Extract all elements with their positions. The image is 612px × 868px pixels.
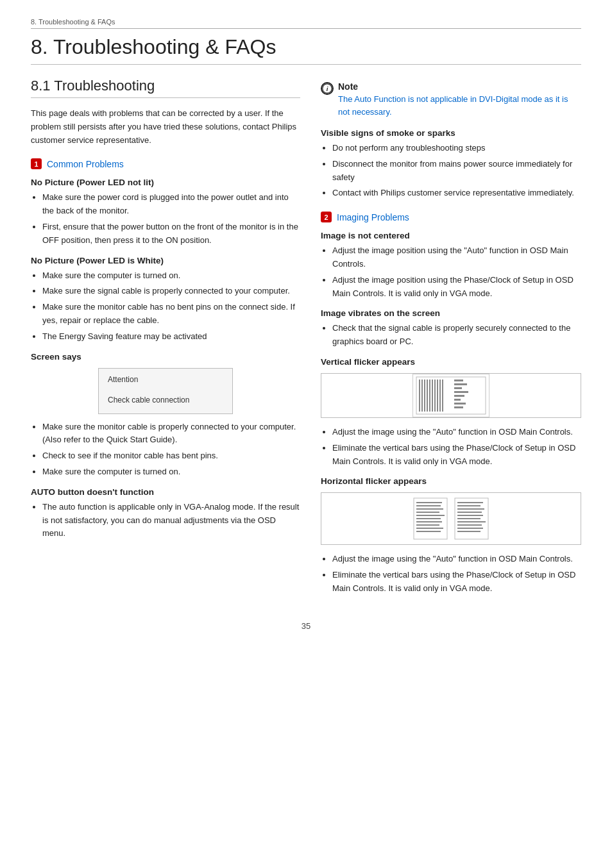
svg-rect-23 bbox=[416, 505, 441, 506]
right-column: i Note The Auto Function is not applicab… bbox=[321, 78, 581, 602]
svg-rect-33 bbox=[457, 502, 483, 503]
svg-rect-38 bbox=[457, 518, 480, 519]
list-item: Adjust the image position using the "Aut… bbox=[332, 244, 581, 271]
svg-rect-28 bbox=[416, 521, 442, 522]
screen-says-list: Make sure the monitor cable is properly … bbox=[31, 421, 300, 479]
vflicker-inner bbox=[412, 374, 489, 417]
smoke-heading: Visible signs of smoke or sparks bbox=[321, 128, 581, 138]
vflicker-image bbox=[321, 373, 581, 418]
breadcrumb: 8. Troubleshooting & FAQs bbox=[31, 18, 581, 29]
img-vibrates-list: Check that the signal cable is properly … bbox=[321, 322, 581, 349]
img-vibrates-heading: Image vibrates on the screen bbox=[321, 308, 581, 318]
list-item: Eliminate the vertical bars using the Ph… bbox=[332, 569, 581, 596]
list-item: The auto function is applicable only in … bbox=[42, 501, 300, 540]
svg-rect-35 bbox=[457, 508, 484, 510]
svg-rect-15 bbox=[454, 391, 468, 393]
hflicker-image bbox=[321, 492, 581, 545]
svg-rect-34 bbox=[457, 505, 480, 506]
svg-rect-39 bbox=[457, 521, 486, 522]
screen-says-box: Attention Check cable connection bbox=[98, 368, 233, 414]
note-box: i Note The Auto Function is not applicab… bbox=[321, 81, 581, 118]
svg-rect-6 bbox=[429, 380, 430, 412]
note-label: Note bbox=[338, 81, 581, 92]
list-item: Check that the signal cable is properly … bbox=[332, 322, 581, 349]
vflicker-heading: Vertical flicker appears bbox=[321, 357, 581, 367]
svg-rect-13 bbox=[454, 383, 467, 385]
list-item: Adjust the image using the "Auto" functi… bbox=[332, 553, 581, 566]
list-item: Contact with Philips customer service re… bbox=[332, 187, 581, 200]
svg-rect-27 bbox=[416, 518, 441, 519]
note-icon: i bbox=[321, 82, 334, 95]
svg-rect-37 bbox=[457, 515, 483, 516]
auto-btn-heading: AUTO button doesn't function bbox=[31, 487, 300, 497]
svg-rect-36 bbox=[457, 512, 482, 513]
list-item: Make sure the computer is turned on. bbox=[42, 269, 300, 283]
no-pic-white-heading: No Picture (Power LED is White) bbox=[31, 256, 300, 265]
not-centered-heading: Image is not centered bbox=[321, 231, 581, 240]
section1-label: Common Problems bbox=[47, 159, 124, 169]
svg-rect-22 bbox=[416, 502, 442, 503]
screen-attention-text: Attention bbox=[108, 375, 223, 384]
svg-rect-11 bbox=[442, 380, 443, 412]
list-item: Do not perform any troubleshooting steps bbox=[332, 142, 581, 155]
list-item: Adjust the image using the "Auto" functi… bbox=[332, 426, 581, 439]
page-number: 35 bbox=[31, 621, 581, 631]
note-content: Note The Auto Function is not applicable… bbox=[338, 81, 581, 118]
hflicker-list: Adjust the image using the "Auto" functi… bbox=[321, 553, 581, 595]
svg-rect-31 bbox=[416, 531, 441, 532]
hflicker-heading: Horizontal flicker appears bbox=[321, 476, 581, 486]
no-pic-led-heading: No Picture (Power LED not lit) bbox=[31, 178, 300, 187]
screen-msg-text: Check cable connection bbox=[108, 396, 223, 405]
svg-rect-5 bbox=[427, 380, 428, 412]
vflicker-svg bbox=[416, 376, 486, 415]
vflicker-list: Adjust the image using the "Auto" functi… bbox=[321, 426, 581, 468]
screen-says-heading: Screen says bbox=[31, 352, 300, 362]
svg-rect-24 bbox=[416, 508, 443, 510]
not-centered-list: Adjust the image position using the "Aut… bbox=[321, 244, 581, 300]
svg-rect-18 bbox=[454, 403, 466, 405]
chapter-title: 8. Troubleshooting & FAQs bbox=[31, 35, 581, 65]
list-item: Make sure the monitor cable has no bent … bbox=[42, 301, 300, 328]
svg-rect-2 bbox=[419, 380, 420, 412]
auto-btn-list: The auto function is applicable only in … bbox=[31, 501, 300, 540]
section2-label: Imaging Problems bbox=[337, 212, 409, 222]
list-item: Disconnect the monitor from mains power … bbox=[332, 158, 581, 185]
svg-rect-17 bbox=[454, 399, 461, 401]
svg-rect-9 bbox=[437, 380, 438, 412]
intro-text: This page deals with problems that can b… bbox=[31, 107, 300, 147]
section2-heading: 2 Imaging Problems bbox=[321, 212, 581, 222]
list-item: Eliminate the vertical bars using the Ph… bbox=[332, 442, 581, 469]
svg-rect-41 bbox=[457, 528, 483, 529]
left-column: 8.1 Troubleshooting This page deals with… bbox=[31, 78, 300, 602]
svg-rect-7 bbox=[432, 380, 433, 412]
smoke-list: Do not perform any troubleshooting steps… bbox=[321, 142, 581, 200]
list-item: Make sure the monitor cable is properly … bbox=[42, 421, 300, 447]
section1-heading: 1 Common Problems bbox=[31, 158, 300, 169]
no-pic-white-list: Make sure the computer is turned on. Mak… bbox=[31, 269, 300, 344]
svg-rect-25 bbox=[416, 512, 439, 513]
svg-rect-30 bbox=[416, 528, 443, 529]
svg-rect-10 bbox=[439, 380, 441, 412]
list-item: Make sure the signal cable is properly c… bbox=[42, 285, 300, 298]
no-pic-led-list: Make sure the power cord is plugged into… bbox=[31, 191, 300, 247]
svg-rect-14 bbox=[454, 387, 462, 389]
list-item: Make sure the computer is turned on. bbox=[42, 465, 300, 479]
svg-rect-12 bbox=[454, 380, 463, 381]
svg-rect-42 bbox=[457, 531, 480, 532]
list-item: Make sure the power cord is plugged into… bbox=[42, 191, 300, 218]
svg-rect-4 bbox=[424, 380, 425, 412]
svg-rect-3 bbox=[421, 380, 423, 412]
svg-rect-8 bbox=[434, 380, 436, 412]
section1-badge: 1 bbox=[31, 158, 42, 169]
section2-badge: 2 bbox=[321, 212, 332, 222]
list-item: First, ensure that the power button on t… bbox=[42, 221, 300, 247]
section-title: 8.1 Troubleshooting bbox=[31, 78, 300, 98]
svg-text:i: i bbox=[327, 85, 328, 92]
svg-rect-19 bbox=[454, 406, 463, 408]
note-text: The Auto Function is not applicable in D… bbox=[338, 93, 581, 118]
two-column-layout: 8.1 Troubleshooting This page deals with… bbox=[31, 78, 581, 602]
list-item: Adjust the image position using the Phas… bbox=[332, 274, 581, 301]
hflicker-svg bbox=[412, 497, 489, 540]
list-item: Check to see if the monitor cable has be… bbox=[42, 449, 300, 463]
svg-rect-16 bbox=[454, 395, 464, 397]
